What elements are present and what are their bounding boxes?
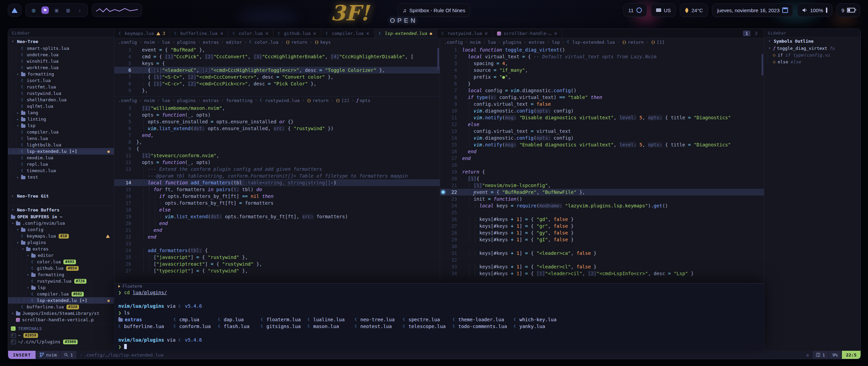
tree-item-lang[interactable]: ▸lang <box>8 109 114 116</box>
breadcrumb-item[interactable]: lua <box>162 98 170 103</box>
close-icon[interactable]: × <box>313 31 317 36</box>
tree-item-lsp-extended.lu-[interactable]: ☾lsp-extended.lu [+]● <box>8 297 114 304</box>
tab-github.lua[interactable]: ☾github.lua× <box>273 29 321 38</box>
timer-widget[interactable]: 11 <box>623 3 647 17</box>
date-widget[interactable]: jueves, noviembre 16, 2023 <box>712 3 793 17</box>
tree-item-lsp-extended.lu-[interactable]: ☾lsp-extended.lu [+]● <box>8 148 114 155</box>
symbols-outline-header[interactable]: ▾ Symbols Outline <box>764 37 861 45</box>
breadcrumb-item[interactable]: extras <box>203 98 219 103</box>
breadcrumb-item[interactable]: lsp <box>552 40 560 45</box>
breadcrumb-item[interactable]: plugins <box>177 40 196 45</box>
breadcrumb-item[interactable]: extras <box>203 40 219 45</box>
tree-item-config[interactable]: ▾config <box>8 226 114 233</box>
breadcrumb-item[interactable]: {}return <box>285 40 307 45</box>
tree-item-github.lua[interactable]: ☾github.lua#654 <box>8 265 114 271</box>
breadcrumb-item[interactable]: ☾rustywind.lua <box>260 98 300 103</box>
tree-item-extras[interactable]: ▾extras <box>8 246 114 252</box>
tree-item-.config-nvim-lua[interactable]: ▾.config/nvim/lua <box>8 220 114 226</box>
breadcrumb-item[interactable]: {}[2] <box>336 98 349 103</box>
breadcrumb-item[interactable]: plugins <box>177 98 196 103</box>
tree-item-undotree.lua[interactable]: ☾undotree.lua <box>8 52 114 58</box>
tree-item-test[interactable]: ▸test <box>8 174 114 180</box>
tree-item-color.lua[interactable]: ☾color.lua#493 <box>8 259 114 265</box>
tree-item-sqlfmt.lua[interactable]: ☾sqlfmt.lua <box>8 103 114 109</box>
tree-item-editor[interactable]: ▾editor <box>8 252 114 259</box>
tree-item-smart-splits.lua[interactable]: ☾smart-splits.lua <box>8 45 114 52</box>
tree-item-scrollbar-handle-vertical.p[interactable]: scrollbar-handle-vertical.p <box>8 317 114 323</box>
breadcrumb-item[interactable]: nvim <box>470 40 480 45</box>
tab-compiler.lua[interactable]: ☾compiler.lua× <box>321 29 374 38</box>
tree-item-~-.c-n-l-plugins[interactable]: ~/.c/n/l/plugins#3980 <box>8 339 114 345</box>
breadcrumb-item[interactable]: ☾lsp-extended.lua <box>567 40 615 45</box>
tree-item-neodim.lua[interactable]: ☾neodim.lua <box>8 155 114 161</box>
tabpage-1[interactable]: 1 <box>743 30 750 36</box>
tree-item-plugins[interactable]: ▾plugins <box>8 239 114 246</box>
launcher-button[interactable] <box>8 4 21 17</box>
battery-widget[interactable]: 9 <box>836 3 860 17</box>
tab-color.lua[interactable]: ☾color.lua× <box>228 29 273 38</box>
close-icon[interactable]: × <box>265 31 269 36</box>
breadcrumb-item[interactable]: plugins <box>503 40 521 45</box>
tab-bufferline.lua[interactable]: ☾bufferline.lua× <box>170 29 228 38</box>
code-editor-color-lua[interactable]: 3 event = { "BufRead" },4 cmd = { [1]"Cc… <box>114 46 440 96</box>
tab-lsp-extended.lua[interactable]: ☾lsp-extended.lua● <box>374 29 437 38</box>
tree-item-formatting[interactable]: ▾formatting <box>8 271 114 278</box>
tree-item-keymaps.lua[interactable]: ☾keymaps.lua#10 <box>8 233 114 239</box>
tree-item-worktree.lua[interactable]: ☾worktree.lua <box>8 64 114 71</box>
tab-rustywind.lua[interactable]: ☾rustywind.lua× <box>437 29 493 38</box>
close-icon[interactable]: × <box>484 31 488 36</box>
outline-item-toggle_diag_virtext[interactable]: ▾ƒtoggle_diag_virtextfu <box>764 45 861 52</box>
tabpage-2[interactable]: 2 <box>752 30 760 36</box>
workspace-button[interactable]: ◎ <box>30 6 37 14</box>
close-icon[interactable]: × <box>366 31 370 36</box>
close-icon[interactable]: × <box>220 31 223 36</box>
tree-item-open-buffers-in-~[interactable]: OPEN BUFFERS in ~ <box>8 214 114 220</box>
terminals-section-header[interactable]: TERMINALS <box>8 324 114 332</box>
tree-item-lens.lua[interactable]: ☾lens.lua <box>8 135 114 142</box>
breadcrumb-item[interactable]: {}return <box>307 98 329 103</box>
floaterm-window[interactable]: Floaterm ❯ cd lua/plugins/nvim/lua/plugi… <box>114 283 764 351</box>
tree-item-rustywind.lua[interactable]: ☾rustywind.lua <box>8 90 114 97</box>
workspace-button[interactable]: ▣ <box>53 6 60 14</box>
tree-item-rustywind.lua[interactable]: ☾rustywind.lua#726 <box>8 278 114 284</box>
tree-item-isort.lua[interactable]: ☾isort.lua <box>8 77 114 84</box>
breadcrumb-item[interactable]: .config <box>444 40 463 45</box>
neotree-git-section-header[interactable]: ▸ Neo-Tree Git <box>8 192 114 200</box>
tree-item-lightbulb.lua[interactable]: ☾lightbulb.lua <box>8 142 114 148</box>
tab-keymaps.lua[interactable]: ☾keymaps.lua3 <box>114 29 170 38</box>
editor-pane-color-lua[interactable]: .config›nvim›lua›plugins›extras›editor›☾… <box>114 38 440 97</box>
tree-item-bufferline.lua[interactable]: ☾bufferline.lua#328 <box>8 304 114 310</box>
breadcrumb-item[interactable]: extras <box>529 40 545 45</box>
breadcrumb-item[interactable]: .config <box>118 98 137 103</box>
breadcrumb-item[interactable]: formatting <box>226 98 253 103</box>
keyboard-layout-widget[interactable]: US <box>651 3 676 17</box>
workspace-button[interactable]: ⚑ <box>41 6 49 14</box>
breadcrumb-item[interactable]: {}keys <box>314 40 331 45</box>
tree-item-juegos-indies-steamlibrary-st[interactable]: ▾Juegos/Indies/SteamLibrary/st <box>8 310 114 317</box>
tree-item-rustfmt.lua[interactable]: ☾rustfmt.lua <box>8 84 114 90</box>
tab-scrollbar-handle--[interactable]: scrollbar-handle-…× <box>493 29 562 38</box>
breadcrumb-item[interactable]: lua <box>162 40 170 45</box>
tree-item-timeout.lua[interactable]: ☾timeout.lua <box>8 167 114 174</box>
neotree-buffers-section-header[interactable]: ▾ Neo-Tree Buffers <box>8 206 114 214</box>
breadcrumb-item[interactable]: editor <box>226 40 242 45</box>
tree-item-shellharden.lua[interactable]: ☾shellharden.lua <box>8 97 114 103</box>
scrollbar-handle[interactable] <box>437 48 439 70</box>
tree-item-lsp[interactable]: ▾lsp <box>8 122 114 129</box>
neotree-section-header[interactable]: ▾ Neo-Tree <box>8 37 114 45</box>
weather-widget[interactable]: 24°C <box>680 3 708 17</box>
workspace-button[interactable]: ▦ <box>64 6 72 14</box>
breadcrumb-item[interactable]: {}[1] <box>651 40 665 45</box>
tree-item-compiler.lua[interactable]: ☾compiler.lua#682 <box>8 291 114 297</box>
tree-item-winshift.lua[interactable]: ☾winshift.lua <box>8 58 114 64</box>
outline-item-else[interactable]: ◇elseelse <box>764 58 861 65</box>
volume-slider[interactable] <box>826 7 827 13</box>
tree-item-repl.lua[interactable]: ☾repl.lua <box>8 161 114 167</box>
breadcrumb-item[interactable]: nvim <box>144 40 155 45</box>
tree-item-lsp[interactable]: ▾lsp <box>8 284 114 291</box>
breadcrumb-item[interactable]: {}return <box>622 40 644 45</box>
breadcrumb-item[interactable]: lua <box>488 40 496 45</box>
scrollbar-handle[interactable] <box>762 54 763 76</box>
tree-item-compiler.lua[interactable]: ☾compiler.lua <box>8 129 114 135</box>
breadcrumb-item[interactable]: nvim <box>144 98 155 103</box>
